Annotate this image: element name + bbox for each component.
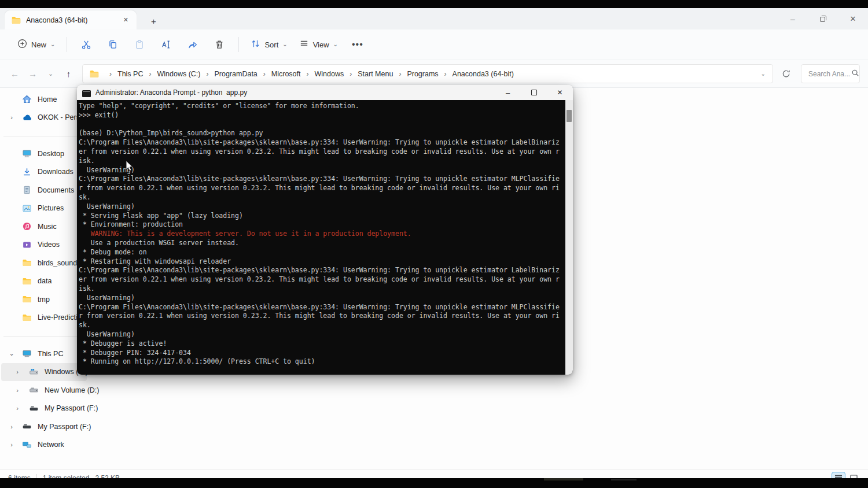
music-icon (22, 221, 32, 231)
address-bar[interactable]: › This PC›Windows (C:)›ProgramData›Micro… (82, 64, 773, 83)
cut-button[interactable] (73, 34, 100, 55)
sidebar-item-network[interactable]: ›Network (1, 436, 87, 454)
terminal-line: * Running on http://127.0.0.1:5000/ (Pre… (79, 357, 565, 367)
drive-icon (29, 385, 39, 395)
folder-icon (12, 16, 21, 24)
terminal-line: C:\Program Files\Anaconda3\lib\site-pack… (79, 175, 565, 184)
breadcrumb-segment[interactable]: Microsoft (270, 68, 302, 80)
sidebar-item-my-passport-f[interactable]: ›My Passport (F:) (1, 400, 87, 418)
terminal-window[interactable]: Administrator: Anaconda Prompt - python … (77, 85, 573, 375)
terminal-line: r from version 0.22.1 when using version… (79, 184, 565, 193)
chevron-right-icon[interactable]: › (6, 423, 17, 430)
sidebar-item-windows-c[interactable]: ›Windows (C:) (1, 363, 87, 382)
terminal-line: * Debugger is active! (79, 339, 565, 349)
terminal-close-icon[interactable]: ✕ (547, 85, 573, 100)
back-icon[interactable]: ← (6, 65, 24, 83)
breadcrumb-separator: › (144, 70, 156, 78)
terminal-line: r from version 0.22.1 when using version… (79, 312, 565, 321)
sidebar-item-desktop[interactable]: Desktop (1, 145, 87, 163)
breadcrumb-segment[interactable]: Programs (406, 68, 439, 80)
tab-close-icon[interactable]: ✕ (120, 14, 132, 25)
search-box[interactable] (801, 64, 860, 83)
sidebar-item-downloads[interactable]: Downloads (1, 163, 87, 182)
terminal-line: sk. (79, 193, 565, 202)
terminal-title: Administrator: Anaconda Prompt - python … (95, 88, 495, 97)
chevron-right-icon[interactable]: › (6, 441, 17, 448)
terminal-body[interactable]: Type "help", "copyright", "credits" or "… (77, 100, 573, 375)
breadcrumb-segment[interactable]: Windows (314, 68, 345, 80)
up-icon[interactable]: ↑ (60, 65, 78, 83)
terminal-line: er from version 0.22.1 when using versio… (79, 275, 565, 284)
sidebar-item-pictures[interactable]: Pictures (1, 199, 87, 218)
rename-button[interactable] (153, 34, 179, 55)
thispc-icon (22, 349, 32, 358)
chevron-down-icon: ⌄ (282, 42, 287, 47)
forward-icon[interactable]: → (24, 65, 42, 83)
videos-icon (22, 240, 32, 250)
sort-button[interactable]: Sort ⌄ (245, 35, 293, 54)
copy-button[interactable] (100, 34, 126, 55)
terminal-line: isk. (79, 284, 565, 294)
breadcrumb-segment[interactable]: Start Menu (356, 68, 394, 80)
navigation-pane: Home›OKOK - PersonalDesktopDownloadsDocu… (0, 90, 88, 454)
sidebar-item-this-pc[interactable]: ⌄This PC (1, 345, 87, 363)
breadcrumb-segment[interactable]: Anaconda3 (64-bit) (451, 68, 515, 80)
chevron-right-icon[interactable]: › (6, 114, 17, 121)
minimize-icon[interactable]: – (778, 8, 808, 29)
new-icon (17, 39, 27, 50)
terminal-line: Type "help", "copyright", "credits" or "… (79, 102, 565, 111)
explorer-tab[interactable]: Anaconda3 (64-bit) ✕ (5, 10, 137, 29)
sidebar-item-my-passport-f[interactable]: ›My Passport (F:) (1, 417, 87, 436)
terminal-scrollbar-thumb[interactable] (567, 110, 572, 122)
sidebar-item-okok-personal[interactable]: ›OKOK - Personal (1, 109, 87, 127)
share-button[interactable] (179, 34, 206, 55)
sidebar-item-label: Music (38, 223, 57, 231)
terminal-line: * Debugger PIN: 324-417-034 (79, 349, 565, 358)
terminal-line: UserWarning) (79, 166, 565, 175)
chevron-right-icon[interactable]: › (12, 368, 23, 375)
chevron-right-icon[interactable]: › (12, 405, 23, 412)
sidebar-item-label: Videos (38, 241, 60, 249)
sidebar-item-videos[interactable]: Videos (1, 236, 87, 254)
chevron-down-icon[interactable]: ⌄ (6, 350, 17, 357)
terminal-window-controls: – ✕ (495, 85, 573, 100)
view-button[interactable]: View ⌄ (293, 35, 344, 54)
address-row: ← → ⌄ ↑ › This PC›Windows (C:)›ProgramDa… (0, 60, 868, 88)
more-options-icon[interactable]: ••• (344, 39, 372, 50)
sidebar-item-music[interactable]: Music (1, 217, 87, 236)
letterbox-top (0, 0, 868, 8)
player-scrubber-mark (611, 479, 637, 480)
sidebar-item-documents[interactable]: Documents (1, 181, 87, 199)
breadcrumb-segment[interactable]: ProgramData (213, 68, 258, 80)
refresh-icon[interactable] (777, 65, 795, 83)
new-button[interactable]: New ⌄ (12, 35, 61, 54)
close-icon[interactable]: ✕ (838, 8, 868, 29)
sidebar-item-tmp[interactable]: tmp (1, 290, 87, 309)
breadcrumb-segment[interactable]: Windows (C:) (156, 68, 201, 80)
new-tab-button[interactable]: + (146, 16, 161, 27)
sidebar-item-data[interactable]: data (1, 272, 87, 291)
sidebar-item-birds-sound[interactable]: birds_sound (1, 254, 87, 272)
folder-icon (22, 313, 32, 323)
terminal-warning-line: WARNING: This is a development server. D… (79, 230, 565, 239)
sidebar-item-home[interactable]: Home (1, 90, 87, 109)
restore-icon[interactable] (808, 8, 838, 29)
terminal-line: >>> exit() (79, 111, 565, 120)
chevron-right-icon[interactable]: › (12, 387, 23, 394)
paste-button[interactable] (126, 34, 153, 55)
terminal-line: UserWarning) (79, 294, 565, 303)
terminal-scrollbar[interactable] (565, 100, 573, 375)
recent-locations-icon[interactable]: ⌄ (42, 65, 60, 83)
sidebar-item-label: Documents (38, 186, 74, 194)
address-dropdown-icon[interactable]: ⌄ (759, 71, 768, 77)
sidebar-item-live-prediction[interactable]: Live-Prediction (1, 309, 87, 327)
breadcrumb-segment[interactable]: This PC (116, 68, 144, 80)
breadcrumb-separator: › (394, 70, 406, 78)
terminal-maximize-icon[interactable] (521, 85, 547, 100)
delete-button[interactable] (206, 34, 233, 55)
desktop-icon (22, 149, 32, 158)
terminal-titlebar[interactable]: Administrator: Anaconda Prompt - python … (77, 85, 573, 100)
sidebar-item-new-volume-d[interactable]: ›New Volume (D:) (1, 381, 87, 400)
sidebar-item-label: Desktop (38, 150, 64, 158)
search-input[interactable] (807, 69, 851, 79)
